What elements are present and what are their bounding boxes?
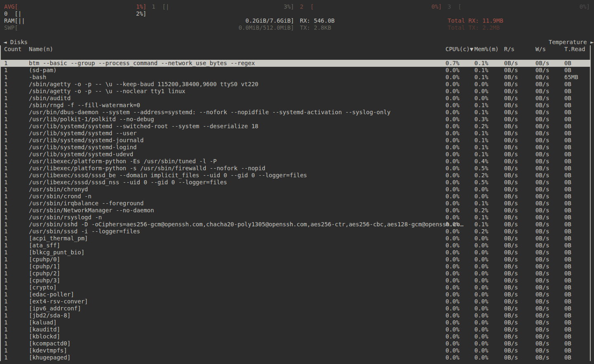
column-header-mem[interactable]: Mem%(m)	[474, 46, 499, 53]
column-header-total-read[interactable]: T.Read	[564, 46, 585, 53]
process-count: 1	[4, 172, 7, 179]
process-count: 1	[4, 81, 7, 88]
process-row[interactable]: 1/usr/sbin/NetworkManager --no-daemon0.0…	[0, 207, 591, 214]
process-row[interactable]: 1/usr/bin/dbus-daemon --system --address…	[0, 109, 591, 116]
process-total-read: 0B	[564, 214, 571, 221]
process-row[interactable]: 1/sbin/agetty -o -p -- \u --keep-baud 11…	[0, 81, 591, 88]
process-row[interactable]: 1(sd-pam)0.0%0.1%0B/s0B/s0B	[0, 67, 591, 74]
process-row[interactable]: 1[cpuhp/1]0.0%0.0%0B/s0B/s0B	[0, 263, 591, 270]
process-row[interactable]: 1/usr/libexec/platform-python -s /usr/sb…	[0, 165, 591, 172]
process-command: /usr/libexec/sssd/sssd_nss --uid 0 --gid…	[29, 179, 227, 186]
process-count: 1	[4, 326, 7, 333]
process-row[interactable]: 1/usr/sbin/sshd -D -oCiphers=aes256-gcm@…	[0, 221, 591, 228]
process-row[interactable]: 1/sbin/auditd0.0%0.0%0B/s0B/s0B	[0, 95, 591, 102]
process-cpu-pct: 0.0%	[446, 158, 460, 165]
process-read-rate: 0B/s	[504, 60, 518, 67]
process-row[interactable]: 1[kcompactd0]0.0%0.0%0B/s0B/s0B	[0, 340, 591, 347]
network-total-tx: Total TX: 2.2MB	[448, 24, 500, 31]
process-row[interactable]: 1[crypto]0.0%0.0%0B/s0B/s0B	[0, 284, 591, 291]
process-write-rate: 0B/s	[535, 207, 549, 214]
process-row[interactable]: 1[edac-poller]0.0%0.0%0B/s0B/s0B	[0, 291, 591, 298]
process-row[interactable]: 1[ata_sff]0.0%0.0%0B/s0B/s0B	[0, 242, 591, 249]
process-row[interactable]: 1-bash0.0%0.1%0B/s0B/s65MB	[0, 74, 591, 81]
process-row[interactable]: 1/usr/lib/systemd/systemd-journald0.0%0.…	[0, 137, 591, 144]
process-read-rate: 0B/s	[504, 277, 518, 284]
process-total-read: 0B	[564, 263, 571, 270]
process-row[interactable]: 1/sbin/agetty -o -p -- \u --noclear tty1…	[0, 88, 591, 95]
process-read-rate: 0B/s	[504, 249, 518, 256]
process-row[interactable]: 1/usr/sbin/rsyslogd -n0.0%0.1%0B/s0B/s0B	[0, 214, 591, 221]
process-count: 1	[4, 116, 7, 123]
process-total-read: 0B	[564, 179, 571, 186]
process-mem-pct: 0.0%	[474, 340, 488, 347]
process-total-read: 0B	[564, 298, 571, 305]
process-mem-pct: 0.1%	[474, 130, 488, 137]
process-row[interactable]: 1[blkcg_punt_bio]0.0%0.0%0B/s0B/s0B	[0, 249, 591, 256]
process-row[interactable]: 1/usr/lib/polkit-1/polkitd --no-debug0.0…	[0, 116, 591, 123]
process-row[interactable]: 1/usr/lib/systemd/systemd-udevd0.0%0.1%0…	[0, 151, 591, 158]
process-row[interactable]: 1/usr/sbin/crond -n0.0%0.0%0B/s0B/s0B	[0, 193, 591, 200]
tab-nav-disks[interactable]: ◄ Disks	[3, 39, 28, 46]
process-write-rate: 0B/s	[535, 74, 549, 81]
process-row[interactable]: 1[cpuhp/0]0.0%0.0%0B/s0B/s0B	[0, 256, 591, 263]
swp-meter-value: 0.0MiB/512.0MiB]	[238, 24, 294, 31]
process-cpu-pct: 0.0%	[446, 298, 460, 305]
process-row[interactable]: 1[ipv6_addrconf]0.0%0.0%0B/s0B/s0B	[0, 305, 591, 312]
process-command: [acpi_thermal_pm]	[29, 235, 88, 242]
ram-meter-label: RAM[	[4, 17, 18, 24]
process-read-rate: 0B/s	[504, 95, 518, 102]
process-row[interactable]: 1[khugepaged]0.0%0.0%0B/s0B/s0B	[0, 354, 591, 361]
process-row[interactable]: 1/usr/libexec/sssd/sssd_nss --uid 0 --gi…	[0, 179, 591, 186]
process-row[interactable]: 1/usr/lib/systemd/systemd --switched-roo…	[0, 123, 591, 130]
process-row[interactable]: 1/usr/lib/systemd/systemd --user0.0%0.1%…	[0, 130, 591, 137]
column-header-read-per-sec[interactable]: R/s	[504, 46, 514, 53]
process-row[interactable]: 1/usr/lib/systemd/systemd-logind0.0%0.1%…	[0, 144, 591, 151]
process-row[interactable]: 1[kdevtmpfs]0.0%0.0%0B/s0B/s0B	[0, 347, 591, 354]
process-count: 1	[4, 151, 7, 158]
swp-meter: SWP[0.0MiB/512.0MiB]	[4, 24, 294, 31]
column-header-name[interactable]: Name(n)	[29, 46, 53, 53]
process-command: [kdevtmpfs]	[29, 347, 67, 354]
process-row[interactable]: 1/usr/libexec/sssd/sssd_be --domain impl…	[0, 172, 591, 179]
process-write-rate: 0B/s	[535, 347, 549, 354]
ram-meter-value: 0.2GiB/7.6GiB]	[245, 17, 294, 24]
process-count: 1	[4, 333, 7, 340]
process-count: 1	[4, 144, 7, 151]
process-row[interactable]: 1[kauditd]0.0%0.0%0B/s0B/s0B	[0, 326, 591, 333]
process-command: /usr/sbin/crond -n	[29, 193, 92, 200]
process-row[interactable]: 1[kblockd]0.0%0.0%0B/s0B/s0B	[0, 333, 591, 340]
process-row[interactable]: 1[kaluad]0.0%0.0%0B/s0B/s0B	[0, 319, 591, 326]
process-command: [edac-poller]	[29, 291, 74, 298]
process-count: 1	[4, 256, 7, 263]
process-read-rate: 0B/s	[504, 221, 518, 228]
process-row[interactable]: 1/usr/sbin/sssd -i --logger=files0.0%0.2…	[0, 228, 591, 235]
process-count: 1	[4, 319, 7, 326]
process-row[interactable]: 1/usr/libexec/platform-python -Es /usr/s…	[0, 158, 591, 165]
process-command: [cpuhp/1]	[29, 263, 60, 270]
process-count: 1	[4, 158, 7, 165]
process-row[interactable]: 1btm --basic --group --process_command -…	[0, 60, 591, 67]
process-command: /usr/lib/systemd/systemd --switched-root…	[29, 123, 258, 130]
process-count: 1	[4, 249, 7, 256]
process-total-read: 0B	[564, 340, 571, 347]
process-row[interactable]: 1[cpuhp/2]0.0%0.0%0B/s0B/s0B	[0, 270, 591, 277]
process-cpu-pct: 0.0%	[446, 137, 460, 144]
process-mem-pct: 0.0%	[474, 277, 488, 284]
process-row[interactable]: 1[ext4-rsv-conver]0.0%0.0%0B/s0B/s0B	[0, 298, 591, 305]
network-tx: TX: 2.8KB	[300, 24, 331, 31]
process-total-read: 0B	[564, 228, 571, 235]
process-row[interactable]: 1/sbin/rngd -f --fill-watermark=00.0%0.1…	[0, 102, 591, 109]
column-header-count[interactable]: Count	[4, 46, 21, 53]
process-count: 1	[4, 291, 7, 298]
process-command: [kblockd]	[29, 333, 60, 340]
process-row[interactable]: 1/usr/sbin/irqbalance --foreground0.0%0.…	[0, 200, 591, 207]
column-header-write-per-sec[interactable]: W/s	[535, 46, 546, 53]
process-row[interactable]: 1[jbd2/sda-8]0.0%0.0%0B/s0B/s0B	[0, 312, 591, 319]
process-command: /usr/libexec/sssd/sssd_be --domain impli…	[29, 172, 307, 179]
tab-nav-temperature[interactable]: Temperature ►	[549, 39, 594, 46]
process-row[interactable]: 1/usr/sbin/chronyd0.0%0.0%0B/s0B/s0B	[0, 186, 591, 193]
process-command: [blkcg_punt_bio]	[29, 249, 85, 256]
column-header-cpu-sort-desc[interactable]: CPU%(c)▼	[446, 46, 473, 53]
process-row[interactable]: 1[cpuhp/3]0.0%0.0%0B/s0B/s0B	[0, 277, 591, 284]
process-row[interactable]: 1[acpi_thermal_pm]0.0%0.0%0B/s0B/s0B	[0, 235, 591, 242]
